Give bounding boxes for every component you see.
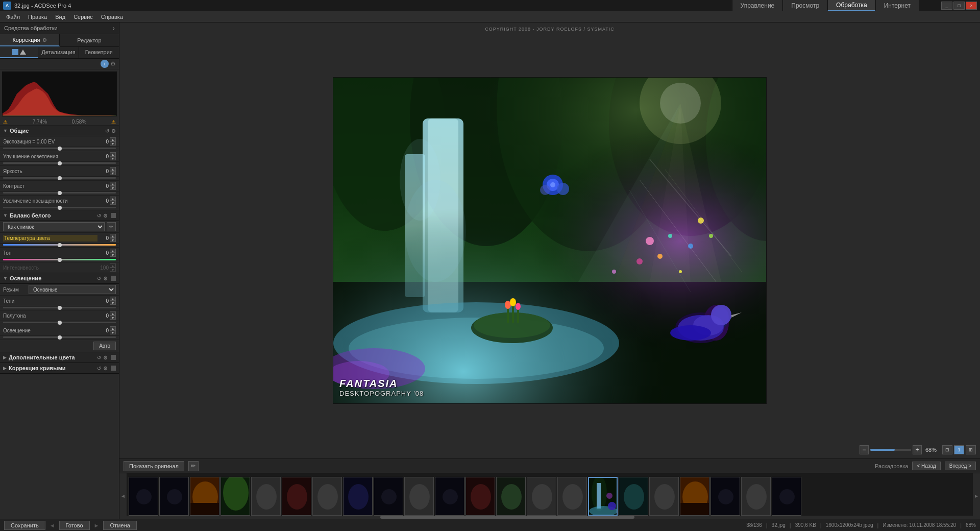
eyedropper-icon[interactable]: ✏ (188, 461, 199, 471)
auto-button[interactable]: Авто (93, 342, 116, 350)
general-section-header[interactable]: ▼ Общие ↺ ⚙ (0, 126, 119, 136)
thumb-7[interactable] (312, 477, 342, 516)
thumb-16[interactable] (588, 477, 618, 516)
saturation-thumb[interactable] (58, 206, 62, 210)
wb-gear-icon[interactable]: ⚙ (103, 213, 108, 219)
menu-tools[interactable]: Сервис (69, 13, 97, 21)
add-colors-refresh-icon[interactable]: ↺ (97, 355, 101, 360)
thumb-9[interactable] (374, 477, 403, 516)
view-1-btn[interactable]: 1 (954, 445, 964, 454)
midtones-down[interactable]: ▼ (110, 316, 116, 320)
highlights-down[interactable]: ▼ (110, 330, 116, 334)
filllight-thumb[interactable] (58, 161, 62, 165)
lighting-refresh-icon[interactable]: ↺ (97, 276, 101, 281)
view-fit-btn[interactable]: ⊡ (942, 445, 952, 454)
info-icon[interactable]: i (101, 60, 109, 68)
zoom-slider-track[interactable] (870, 449, 911, 451)
general-refresh-icon[interactable]: ↺ (105, 128, 109, 134)
thumb-11[interactable] (435, 477, 464, 516)
wb-eyedropper-icon[interactable]: ✏ (107, 222, 116, 231)
tab-editor[interactable]: Редактор (60, 34, 119, 46)
shadows-spinner[interactable]: ▲ ▼ (110, 297, 116, 305)
save-btn[interactable]: Сохранить (4, 521, 45, 530)
wb-refresh-icon[interactable]: ↺ (97, 213, 101, 219)
zoom-minus-btn[interactable]: − (860, 445, 869, 454)
contrast-spinner[interactable]: ▲ ▼ (110, 182, 116, 190)
thumb-1[interactable] (129, 477, 158, 516)
curve-section-header[interactable]: ▶ Коррекция кривыми ↺ ⚙ (0, 363, 119, 374)
thumb-3[interactable] (190, 477, 219, 516)
minimize-btn[interactable]: _ (941, 2, 952, 10)
tint-spinner[interactable]: ▲ ▼ (110, 249, 116, 257)
wb-section-header[interactable]: ▼ Баланс белого ↺ ⚙ (0, 210, 119, 221)
thumb-20[interactable] (710, 477, 740, 516)
brightness-thumb[interactable] (58, 176, 62, 180)
lighting-gear-icon[interactable]: ⚙ (103, 276, 108, 281)
maximize-btn[interactable]: □ (953, 2, 965, 10)
settings-icon[interactable]: ⚙ (110, 60, 116, 67)
thumb-14[interactable] (527, 477, 556, 516)
exposure-thumb[interactable] (58, 147, 62, 151)
thumb-17[interactable] (619, 477, 648, 516)
thumb-8[interactable] (343, 477, 373, 516)
thumbnail-scrollbar[interactable] (127, 516, 973, 519)
temp-up[interactable]: ▲ (110, 234, 116, 238)
correction-gear-icon[interactable]: ⚙ (42, 37, 47, 43)
highlights-thumb[interactable] (58, 335, 62, 340)
nav-back-btn[interactable]: < Назад (912, 462, 940, 470)
midtones-up[interactable]: ▲ (110, 311, 116, 316)
exposure-down[interactable]: ▼ (110, 141, 116, 146)
exposure-up[interactable]: ▲ (110, 137, 116, 141)
nav-forward-btn[interactable]: Вперёд > (945, 462, 976, 470)
panel-collapse[interactable]: › (112, 24, 115, 32)
thumb-2[interactable] (159, 477, 189, 516)
view-zoom-btn[interactable]: ⊞ (966, 445, 976, 454)
tab-manage[interactable]: Управление (732, 0, 783, 11)
add-colors-section-header[interactable]: ▶ Дополнительные цвета ↺ ⚙ (0, 352, 119, 363)
thumb-6[interactable] (282, 477, 311, 516)
menu-edit[interactable]: Правка (24, 13, 51, 21)
brightness-down[interactable]: ▼ (110, 171, 116, 175)
scroll-right[interactable]: ► (973, 473, 980, 519)
temp-spinner[interactable]: ▲ ▼ (110, 234, 116, 242)
thumb-19[interactable] (680, 477, 709, 516)
tint-down[interactable]: ▼ (110, 253, 116, 257)
menu-view[interactable]: Вид (51, 13, 69, 21)
tab-correction[interactable]: Коррекция ⚙ (0, 34, 60, 46)
lighting-section-header[interactable]: ▼ Освещение ↺ ⚙ (0, 273, 119, 284)
midtones-spinner[interactable]: ▲ ▼ (110, 311, 116, 320)
add-colors-gear-icon[interactable]: ⚙ (103, 355, 108, 360)
highlights-up[interactable]: ▲ (110, 326, 116, 330)
thumb-12[interactable] (465, 477, 495, 516)
contrast-down[interactable]: ▼ (110, 186, 116, 190)
contrast-thumb[interactable] (58, 191, 62, 195)
thumb-4[interactable] (220, 477, 250, 516)
show-original-btn[interactable]: Показать оригинал (124, 461, 184, 471)
cancel-btn[interactable]: Отмена (103, 521, 136, 530)
thumb-18[interactable] (649, 477, 679, 516)
thumb-21[interactable] (741, 477, 771, 516)
wb-preset-select[interactable]: Как снимок (3, 222, 105, 231)
brightness-spinner[interactable]: ▲ ▼ (110, 167, 116, 175)
thumb-5[interactable] (251, 477, 281, 516)
tint-thumb[interactable] (58, 258, 62, 262)
curve-refresh-icon[interactable]: ↺ (97, 366, 101, 371)
filllight-spinner[interactable]: ▲ ▼ (110, 152, 116, 160)
tab-view[interactable]: Просмотр (782, 0, 827, 11)
subtab-tone[interactable] (0, 47, 38, 58)
thumb-22[interactable] (772, 477, 801, 516)
contrast-up[interactable]: ▲ (110, 182, 116, 186)
menu-help[interactable]: Справка (97, 13, 127, 21)
zoom-plus-btn[interactable]: + (913, 445, 922, 454)
shadows-thumb[interactable] (58, 306, 62, 310)
subtab-geometry[interactable]: Геометрия (79, 47, 119, 58)
shadows-up[interactable]: ▲ (110, 297, 116, 301)
mode-select[interactable]: Основные (29, 285, 116, 294)
filllight-up[interactable]: ▲ (110, 152, 116, 156)
brightness-up[interactable]: ▲ (110, 167, 116, 171)
done-btn[interactable]: Готово (59, 521, 90, 530)
thumb-10[interactable] (404, 477, 434, 516)
scroll-left[interactable]: ◄ (119, 473, 127, 519)
curve-gear-icon[interactable]: ⚙ (103, 366, 108, 371)
saturation-down[interactable]: ▼ (110, 201, 116, 205)
